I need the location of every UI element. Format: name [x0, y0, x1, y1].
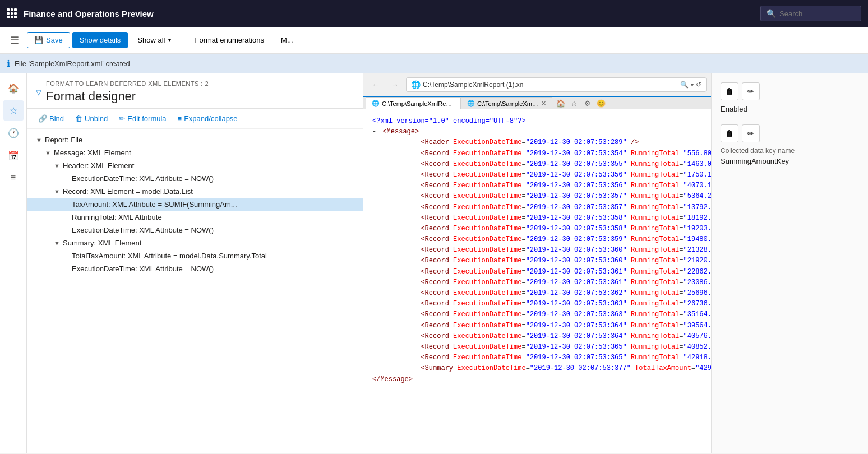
toolbar-divider [183, 33, 183, 48]
xml-line: <Record ExecutionDateTime="2019-12-30 02… [372, 202, 702, 213]
tree-label-executiondatetime1: ExecutionDateTime: XML Attribute = NOW() [72, 174, 354, 183]
xml-panel: ← → 🌐 C:\Temp\SampleXmlReport (1).xn 🔍 ▾… [363, 73, 711, 453]
browser-tab-icons: 🏠 ☆ ⚙ 😊 [555, 97, 607, 109]
tree-label-record: Record: XML Element = model.Data.List [63, 187, 354, 196]
tree-item-executiondatetime3[interactable]: ExecutionDateTime: XML Attribute = NOW() [27, 262, 363, 275]
bind-icon: 🔗 [38, 114, 47, 123]
tree-label-message: Message: XML Element [54, 149, 354, 157]
collected-data-buttons: 🗑 ✏ [721, 124, 859, 142]
tree-item-summary[interactable]: ▼Summary: XML Element [27, 237, 363, 249]
app-title: Finance and Operations Preview [24, 9, 754, 18]
unbind-button[interactable]: 🗑 Unbind [71, 112, 112, 125]
tree-toggle-report[interactable]: ▼ [36, 137, 43, 143]
tree-toggle-record[interactable]: ▼ [54, 188, 61, 195]
xml-line: <Record ExecutionDateTime="2019-12-30 02… [372, 288, 702, 299]
toolbar: ☰ 💾 Save Show details Show all ▾ Format … [0, 27, 868, 54]
tree-item-executiondatetime2[interactable]: ExecutionDateTime: XML Attribute = NOW() [27, 224, 363, 237]
expand-collapse-icon: ≡ [178, 114, 182, 123]
bind-button[interactable]: 🔗 Bind [34, 112, 68, 125]
expand-collapse-button[interactable]: ≡ Expand/collapse [173, 112, 242, 125]
list-icon-btn[interactable]: ≡ [3, 168, 24, 188]
refresh-icon[interactable]: ↺ [696, 81, 701, 89]
search-box[interactable]: 🔍 [760, 6, 861, 21]
info-bar: ℹ File 'SampleXmlReport.xml' created [0, 54, 868, 73]
enabled-edit-button[interactable]: ✏ [742, 82, 760, 100]
browser-address-bar: ← → 🌐 C:\Temp\SampleXmlReport (1).xn 🔍 ▾… [363, 73, 711, 97]
tab-face-icon[interactable]: 😊 [595, 97, 607, 109]
tab-label-2: C:\Temp\SampleXmlReport ... [477, 100, 539, 107]
main-layout: 🏠 ☆ 🕐 📅 ≡ ▽ FORMAT TO LEARN DEFERRED XML… [0, 73, 868, 453]
save-button[interactable]: 💾 Save [27, 32, 70, 48]
tree-item-totaltaxamount[interactable]: TotalTaxAmount: XML Attribute = model.Da… [27, 249, 363, 262]
hamburger-menu-button[interactable]: ☰ [4, 30, 25, 50]
address-search-icon[interactable]: 🔍 [680, 81, 689, 89]
star-icon-btn[interactable]: ☆ [3, 100, 24, 121]
xml-line: <Record ExecutionDateTime="2019-12-30 02… [372, 256, 702, 266]
tab-home-icon[interactable]: 🏠 [555, 97, 567, 109]
unbind-icon: 🗑 [75, 114, 82, 123]
tree-item-runningtotal[interactable]: RunningTotal: XML Attribute [27, 211, 363, 224]
tree-label-executiondatetime2: ExecutionDateTime: XML Attribute = NOW() [72, 226, 354, 234]
enabled-group: 🗑 ✏ Enabled [721, 82, 859, 113]
tree-item-header[interactable]: ▼Header: XML Element [27, 159, 363, 172]
address-bar-1[interactable]: 🌐 C:\Temp\SampleXmlReport (1).xn 🔍 ▾ ↺ [406, 77, 707, 92]
search-input[interactable] [779, 10, 847, 18]
tree-item-record[interactable]: ▼Record: XML Element = model.Data.List [27, 185, 363, 198]
info-icon: ℹ [7, 58, 10, 69]
clock-icon-btn[interactable]: 🕐 [3, 123, 24, 143]
show-all-button[interactable]: Show all ▾ [130, 32, 178, 48]
more-button[interactable]: M... [274, 32, 301, 48]
address-dropdown-icon[interactable]: ▾ [691, 82, 694, 88]
tree-toggle-message[interactable]: ▼ [45, 150, 52, 156]
collected-data-key-value: SummingAmountKey [721, 157, 859, 165]
tab-star-icon[interactable]: ☆ [568, 97, 580, 109]
enabled-label: Enabled [721, 105, 859, 113]
tree-label-totaltaxamount: TotalTaxAmount: XML Attribute = model.Da… [72, 252, 354, 260]
tree-label-summary: Summary: XML Element [63, 239, 354, 247]
calendar-icon-btn[interactable]: 📅 [3, 145, 24, 165]
xml-line: <Record ExecutionDateTime="2019-12-30 02… [372, 309, 702, 320]
save-icon: 💾 [34, 36, 43, 44]
xml-line: <Record ExecutionDateTime="2019-12-30 02… [372, 353, 702, 363]
tree-label-taxamount: TaxAmount: XML Attribute = SUMIF(Summing… [72, 200, 354, 209]
xml-collapse-btn[interactable]: - [372, 128, 376, 136]
xml-line: <Record ExecutionDateTime="2019-12-30 02… [372, 331, 702, 342]
app-grid-icon[interactable] [7, 8, 17, 18]
tree-container: ▼Report: File▼Message: XML Element▼Heade… [27, 129, 363, 453]
collected-edit-button[interactable]: ✏ [742, 124, 760, 142]
tab-gear-icon[interactable]: ⚙ [581, 97, 594, 109]
xml-line: <Record ExecutionDateTime="2019-12-30 02… [372, 159, 702, 170]
show-details-button[interactable]: Show details [72, 32, 128, 48]
format-designer-panel: ▽ FORMAT TO LEARN DEFERRED XML ELEMENTS … [27, 73, 363, 453]
forward-button[interactable]: → [387, 77, 403, 92]
xml-line: <Record ExecutionDateTime="2019-12-30 02… [372, 342, 702, 353]
back-button[interactable]: ← [368, 77, 384, 92]
tree-label-header: Header: XML Element [63, 161, 354, 170]
tab-icon-1: 🌐 [372, 100, 380, 107]
xml-line: <Record ExecutionDateTime="2019-12-30 02… [372, 170, 702, 180]
top-bar: Finance and Operations Preview 🔍 [0, 0, 868, 27]
format-toolbar: 🔗 Bind 🗑 Unbind ✏ Edit formula ≡ Expand/… [27, 109, 363, 129]
browser-tab-2[interactable]: 🌐 C:\Temp\SampleXmlReport ... ✕ [461, 97, 552, 109]
xml-message-open: - <Message> [372, 127, 702, 137]
format-enumerations-button[interactable]: Format enumerations [188, 32, 272, 48]
collected-data-key-label: Collected data key name [721, 147, 859, 155]
edit-formula-button[interactable]: ✏ Edit formula [114, 112, 170, 125]
tree-item-message[interactable]: ▼Message: XML Element [27, 146, 363, 159]
xml-line: <Record ExecutionDateTime="2019-12-30 02… [372, 267, 702, 277]
xml-line: <Record ExecutionDateTime="2019-12-30 02… [372, 234, 702, 245]
home-icon-btn[interactable]: 🏠 [3, 78, 24, 98]
enabled-delete-button[interactable]: 🗑 [721, 82, 738, 100]
tree-toggle-summary[interactable]: ▼ [54, 240, 61, 247]
tree-item-report[interactable]: ▼Report: File [27, 133, 363, 146]
browser-tab-1[interactable]: 🌐 C:\Temp\SampleXmlReport (1).xn [366, 97, 461, 109]
filter-icon: ▽ [36, 88, 41, 96]
tree-item-executiondatetime1[interactable]: ExecutionDateTime: XML Attribute = NOW() [27, 172, 363, 185]
collected-data-key-group: 🗑 ✏ Collected data key name SummingAmoun… [721, 124, 859, 165]
tree-toggle-header[interactable]: ▼ [54, 163, 61, 169]
chevron-down-icon: ▾ [168, 37, 171, 43]
edit-formula-icon: ✏ [119, 114, 125, 123]
tab-close-2[interactable]: ✕ [541, 100, 546, 107]
collected-delete-button[interactable]: 🗑 [721, 124, 738, 142]
tree-item-taxamount[interactable]: TaxAmount: XML Attribute = SUMIF(Summing… [27, 198, 363, 211]
